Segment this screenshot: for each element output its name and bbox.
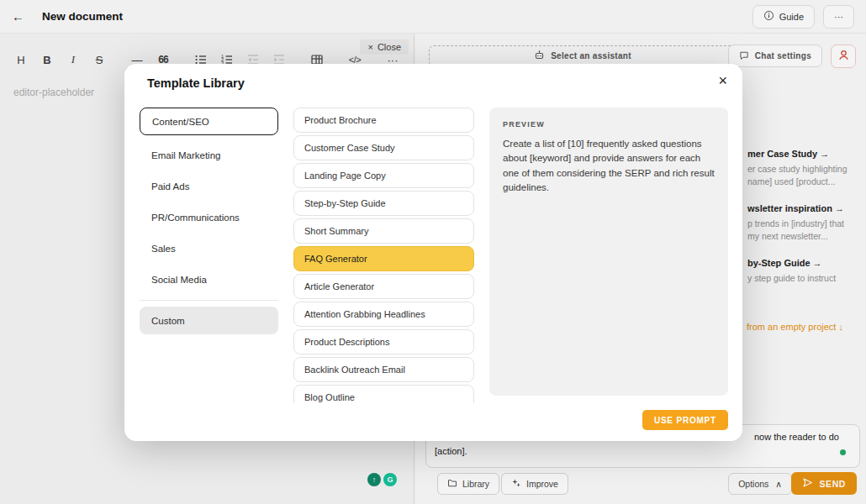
category-item-social-media[interactable]: Social Media [140, 265, 278, 293]
modal-close-icon[interactable]: × [713, 67, 732, 95]
category-item-sales[interactable]: Sales [140, 234, 278, 262]
template-list: Product Brochure Customer Case Study Lan… [293, 108, 474, 403]
template-item-short-summary[interactable]: Short Summary [293, 218, 474, 244]
category-item-paid-ads[interactable]: Paid Ads [140, 172, 278, 200]
category-item-custom[interactable]: Custom [140, 307, 278, 334]
template-item-blog-outline[interactable]: Blog Outline [293, 385, 474, 403]
template-item-customer-case-study[interactable]: Customer Case Study [293, 135, 474, 160]
preview-panel: PREVIEW Create a list of [10] frequently… [489, 108, 728, 396]
template-item-landing-page-copy[interactable]: Landing Page Copy [293, 163, 474, 188]
template-item-faq-generator[interactable]: FAQ Generator [293, 246, 474, 271]
category-item-email-marketing[interactable]: Email Marketing [140, 141, 278, 169]
template-item-product-brochure[interactable]: Product Brochure [293, 108, 474, 133]
category-item-content-seo[interactable]: Content/SEO [140, 108, 278, 135]
category-item-pr-communications[interactable]: PR/Communications [140, 203, 278, 231]
use-prompt-button[interactable]: USE PROMPT [642, 410, 728, 430]
template-item-backlink-outreach-email[interactable]: Backlink Outreach Email [293, 357, 474, 382]
template-item-article-generator[interactable]: Article Generator [293, 274, 474, 299]
template-item-product-descriptions[interactable]: Product Descriptions [293, 329, 474, 354]
category-divider [140, 300, 278, 301]
template-item-step-by-step-guide[interactable]: Step-by-Step Guide [293, 191, 474, 216]
preview-text: Create a list of [10] frequently asked q… [503, 137, 715, 195]
template-library-modal: Template Library × Content/SEO Email Mar… [124, 64, 742, 441]
template-item-attention-grabbing-headlines[interactable]: Attention Grabbing Headlines [293, 302, 474, 327]
preview-label: PREVIEW [503, 120, 715, 129]
modal-title: Template Library [147, 76, 245, 90]
app-window: ← New document Guide ··· × Close H B I S… [0, 0, 866, 504]
